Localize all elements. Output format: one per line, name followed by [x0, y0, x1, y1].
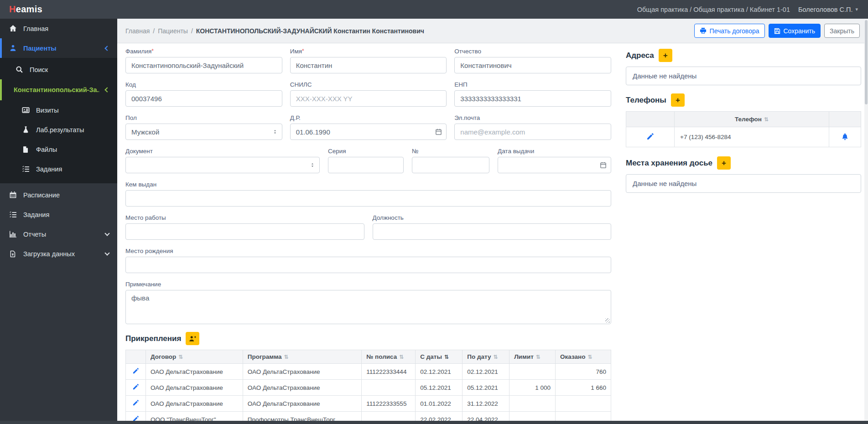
add-phone-button[interactable]: +: [671, 93, 685, 107]
code-input[interactable]: [125, 90, 282, 107]
breadcrumb-home-link[interactable]: Главная: [125, 27, 150, 35]
birthplace-label: Место рождения: [125, 248, 611, 254]
snils-label: СНИЛС: [290, 81, 447, 88]
sidebar-item-visits[interactable]: Визиты: [0, 100, 117, 120]
sort-icon[interactable]: ⇅: [178, 354, 183, 360]
save-button[interactable]: Сохранить: [769, 24, 821, 38]
limit-column-header[interactable]: Лимит⇅: [509, 350, 556, 364]
email-input[interactable]: [454, 124, 611, 140]
plus-icon: +: [676, 96, 680, 105]
limit-cell: [509, 396, 556, 412]
sidebar-item-files[interactable]: Файлы: [0, 140, 117, 159]
bell-icon[interactable]: [841, 133, 849, 140]
workplace-context: Общая практика / Общая практика / Кабине…: [637, 6, 790, 13]
sort-icon[interactable]: ⇅: [284, 354, 289, 360]
sidebar-item-patient-tasks[interactable]: Задания: [0, 159, 117, 179]
phone-column-header[interactable]: Телефон⇅: [675, 112, 829, 127]
lastname-input[interactable]: [125, 57, 282, 73]
issue-date-input[interactable]: [498, 157, 611, 173]
from-date-column-header[interactable]: С даты⇅: [416, 350, 463, 364]
user-menu[interactable]: Болеголовов С.П. ▾: [798, 6, 858, 13]
policy-column-header[interactable]: № полиса⇅: [362, 350, 416, 364]
phone-row: +7 (123) 456-8284: [626, 127, 861, 147]
birthplace-input[interactable]: [125, 257, 611, 273]
position-input[interactable]: [373, 223, 612, 240]
number-input[interactable]: [412, 157, 489, 173]
breadcrumb-current-patient: КОНСТАНТИНОПОЛЬСКИЙ-ЗАДУНАЙСКИЙ Констант…: [196, 27, 424, 35]
sidebar-item-label: Задания: [23, 211, 117, 218]
app-logo[interactable]: Heamis: [9, 4, 42, 15]
note-textarea[interactable]: фыва: [125, 290, 611, 324]
birthdate-input[interactable]: [290, 124, 447, 140]
add-dossier-location-button[interactable]: +: [717, 156, 731, 170]
sort-active-icon[interactable]: ⇅: [444, 354, 449, 360]
chevron-left-icon: [104, 46, 109, 51]
breadcrumb-patients-link[interactable]: Пациенты: [158, 27, 188, 35]
sort-icon[interactable]: ⇅: [493, 354, 498, 360]
sort-icon[interactable]: ⇅: [587, 354, 592, 360]
sidebar-item-reports[interactable]: Отчеты: [0, 224, 117, 244]
sidebar-item-lab-results[interactable]: Лаб.результаты: [0, 120, 117, 140]
workplace-label: Место работы: [125, 214, 364, 221]
sort-icon[interactable]: ⇅: [764, 116, 769, 123]
vertical-scrollbar[interactable]: [864, 19, 868, 421]
sidebar-item-tasks[interactable]: Задания: [0, 205, 117, 224]
attachments-header-row: Договор⇅ Программа⇅ № полиса⇅ С даты⇅ По…: [126, 350, 611, 364]
attachments-section-title: Прикрепления: [125, 332, 611, 345]
sidebar-item-label: Лаб.результаты: [36, 126, 117, 134]
issued-by-input[interactable]: [125, 190, 611, 207]
to-date-column-header[interactable]: По дату⇅: [463, 350, 509, 364]
list-check-icon: [8, 211, 17, 218]
rendered-column-header[interactable]: Оказано⇅: [556, 350, 611, 364]
workplace-input[interactable]: [125, 223, 364, 240]
sidebar-item-home[interactable]: Главная: [0, 19, 117, 38]
calendar-icon[interactable]: [435, 129, 442, 135]
sidebar-item-schedule[interactable]: Расписание: [0, 185, 117, 205]
edit-pencil-icon[interactable]: [132, 383, 139, 390]
series-input[interactable]: [328, 157, 404, 173]
gender-label: Пол: [125, 114, 282, 121]
series-label: Серия: [328, 148, 404, 155]
to-cell: 31.12.2022: [463, 396, 509, 412]
document-select[interactable]: [125, 157, 320, 173]
middlename-input[interactable]: [454, 57, 611, 73]
snils-input[interactable]: [290, 90, 447, 107]
program-cell: ОАО ДельтаСтрахование: [243, 380, 362, 396]
edit-column-header: [626, 112, 675, 127]
patient-name-label: Константинопольский-За...: [14, 86, 99, 93]
program-column-header[interactable]: Программа⇅: [243, 350, 362, 364]
phones-header-row: Телефон⇅: [626, 112, 861, 127]
enp-input[interactable]: [454, 90, 611, 107]
close-button[interactable]: Закрыть: [824, 24, 860, 38]
gender-select[interactable]: Мужской: [125, 124, 282, 140]
contract-column-header[interactable]: Договор⇅: [146, 350, 243, 364]
attachments-table: Договор⇅ Программа⇅ № полиса⇅ С даты⇅ По…: [125, 350, 611, 424]
calendar-icon[interactable]: [600, 162, 607, 169]
sidebar-item-label: Загрузка данных: [23, 250, 99, 258]
breadcrumb-separator: /: [191, 27, 193, 35]
contract-cell: ОАО ДельтаСтрахование: [146, 380, 243, 396]
to-cell: 02.12.2021: [463, 364, 509, 380]
sidebar-item-patients[interactable]: Пациенты: [0, 38, 117, 58]
sidebar-item-search[interactable]: Поиск: [0, 60, 117, 79]
scrollbar-thumb[interactable]: [865, 20, 868, 104]
add-attachment-button[interactable]: [186, 332, 199, 345]
add-address-button[interactable]: +: [659, 49, 672, 62]
sidebar-item-label: Визиты: [36, 107, 117, 114]
edit-pencil-icon[interactable]: [132, 367, 139, 374]
topbar: Heamis Общая практика / Общая практика /…: [0, 0, 868, 19]
sort-icon[interactable]: ⇅: [536, 354, 541, 360]
sidebar-item-label: Поиск: [30, 66, 117, 73]
edit-pencil-icon[interactable]: [646, 133, 654, 140]
logo-rest: eamis: [16, 4, 42, 14]
sidebar-item-data-upload[interactable]: Загрузка данных: [0, 244, 117, 264]
contract-cell: ОАО ДельтаСтрахование: [146, 364, 243, 380]
firstname-input[interactable]: [290, 57, 447, 73]
resize-handle[interactable]: [605, 318, 610, 323]
print-contract-button[interactable]: Печать договора: [694, 24, 765, 38]
edit-pencil-icon[interactable]: [132, 399, 139, 406]
sort-icon[interactable]: ⇅: [399, 354, 404, 360]
save-icon: [774, 28, 780, 34]
id-card-icon: [21, 106, 30, 114]
sidebar-item-current-patient[interactable]: Константинопольский-За...: [0, 79, 117, 100]
